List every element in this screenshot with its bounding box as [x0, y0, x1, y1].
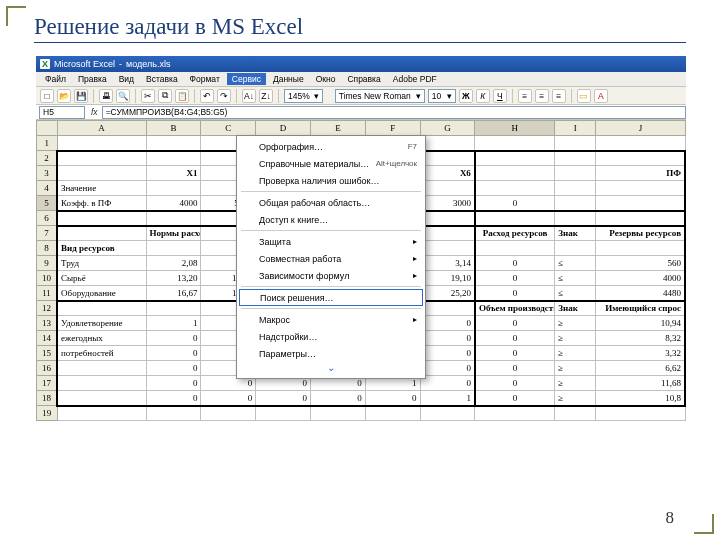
cell[interactable]: Нормы расхода ресурсов: [146, 226, 201, 241]
cell[interactable]: [475, 166, 555, 181]
cell[interactable]: [475, 151, 555, 166]
row-header[interactable]: 11: [37, 286, 58, 301]
menu-файл[interactable]: Файл: [40, 73, 71, 85]
fx-icon[interactable]: fx: [91, 107, 98, 117]
formula-input[interactable]: =СУММПРОИЗВ(B4:G4;B5:G5): [102, 106, 686, 119]
cell[interactable]: 0: [475, 391, 555, 406]
col-header[interactable]: I: [555, 121, 596, 136]
cell[interactable]: [420, 226, 475, 241]
cell[interactable]: ≥: [555, 361, 596, 376]
row-header[interactable]: 18: [37, 391, 58, 406]
cell[interactable]: 8,32: [596, 331, 685, 346]
menu-item[interactable]: Макрос▸: [237, 311, 425, 328]
cell[interactable]: [555, 151, 596, 166]
underline-icon[interactable]: Ч: [493, 89, 507, 103]
cell[interactable]: [256, 406, 311, 421]
cell[interactable]: [146, 181, 201, 196]
cell[interactable]: 0: [365, 391, 420, 406]
cell[interactable]: [596, 136, 685, 151]
undo-icon[interactable]: ↶: [200, 89, 214, 103]
cell[interactable]: [596, 196, 685, 211]
cell[interactable]: [475, 211, 555, 226]
paste-icon[interactable]: 📋: [175, 89, 189, 103]
menu-item[interactable]: Справочные материалы…Alt+щелчок: [237, 155, 425, 172]
cell[interactable]: [555, 166, 596, 181]
expand-menu-icon[interactable]: ⌄: [237, 362, 425, 376]
row-header[interactable]: 13: [37, 316, 58, 331]
cell[interactable]: [57, 226, 146, 241]
cell[interactable]: ≥: [555, 391, 596, 406]
cell[interactable]: 0: [475, 316, 555, 331]
menu-item[interactable]: Защита▸: [237, 233, 425, 250]
cell[interactable]: [596, 211, 685, 226]
formula-bar[interactable]: H5 fx =СУММПРОИЗВ(B4:G4;B5:G5): [36, 105, 686, 120]
cell[interactable]: Коэфф. в ПФ: [57, 196, 146, 211]
cut-icon[interactable]: ✂: [141, 89, 155, 103]
cell[interactable]: [57, 211, 146, 226]
cell[interactable]: 6,62: [596, 361, 685, 376]
cell[interactable]: 16,67: [146, 286, 201, 301]
cell[interactable]: 0: [475, 376, 555, 391]
cell[interactable]: 25,20: [420, 286, 475, 301]
cell[interactable]: [596, 151, 685, 166]
col-header[interactable]: C: [201, 121, 256, 136]
row-header[interactable]: 5: [37, 196, 58, 211]
cell[interactable]: [475, 406, 555, 421]
worksheet[interactable]: ABCDEFGHIJ12Переменные3X1X2X3X4X5X6ПФ4Зн…: [36, 120, 686, 421]
sort-asc-icon[interactable]: A↓: [242, 89, 256, 103]
cell[interactable]: [555, 196, 596, 211]
menu-справка[interactable]: Справка: [342, 73, 385, 85]
cell[interactable]: Резервы ресурсов: [596, 226, 685, 241]
cell[interactable]: 0: [146, 361, 201, 376]
menu-данные[interactable]: Данные: [268, 73, 309, 85]
cell[interactable]: [57, 166, 146, 181]
cell[interactable]: 0: [475, 286, 555, 301]
cell[interactable]: 3,32: [596, 346, 685, 361]
cell[interactable]: 0: [475, 361, 555, 376]
cell[interactable]: 0: [475, 346, 555, 361]
tools-menu-dropdown[interactable]: Орфография…F7Справочные материалы…Alt+ще…: [236, 135, 426, 379]
cell[interactable]: 10,8: [596, 391, 685, 406]
cell[interactable]: [57, 301, 146, 316]
cell[interactable]: Труд: [57, 256, 146, 271]
row-header[interactable]: 15: [37, 346, 58, 361]
cell[interactable]: ≤: [555, 256, 596, 271]
cell[interactable]: [146, 241, 201, 256]
row-header[interactable]: 12: [37, 301, 58, 316]
cell[interactable]: [555, 406, 596, 421]
cell[interactable]: Расход ресурсов: [475, 226, 555, 241]
cell[interactable]: [365, 406, 420, 421]
cell[interactable]: [146, 211, 201, 226]
cell[interactable]: ≤: [555, 271, 596, 286]
fill-color-icon[interactable]: ▭: [577, 89, 591, 103]
cell[interactable]: 0: [146, 331, 201, 346]
cell[interactable]: 2,08: [146, 256, 201, 271]
cell[interactable]: 0: [146, 376, 201, 391]
italic-icon[interactable]: К: [476, 89, 490, 103]
cell[interactable]: потребностей: [57, 346, 146, 361]
cell[interactable]: [420, 151, 475, 166]
menu-bar[interactable]: ФайлПравкаВидВставкаФорматСервисДанныеОк…: [36, 72, 686, 87]
col-header[interactable]: B: [146, 121, 201, 136]
menu-окно[interactable]: Окно: [311, 73, 341, 85]
menu-сервис[interactable]: Сервис: [227, 73, 266, 85]
cell[interactable]: 0: [420, 316, 475, 331]
cell[interactable]: [57, 361, 146, 376]
cell[interactable]: 19,10: [420, 271, 475, 286]
row-header[interactable]: 6: [37, 211, 58, 226]
row-header[interactable]: 2: [37, 151, 58, 166]
menu-adobe pdf[interactable]: Adobe PDF: [388, 73, 442, 85]
cell[interactable]: [555, 211, 596, 226]
cell[interactable]: Объем производства: [475, 301, 555, 316]
font-name-box[interactable]: Times New Roman▾: [335, 89, 425, 103]
cell[interactable]: [596, 181, 685, 196]
cell[interactable]: 0: [146, 391, 201, 406]
cell[interactable]: [555, 181, 596, 196]
cell[interactable]: [146, 136, 201, 151]
cell[interactable]: [596, 241, 685, 256]
cell[interactable]: 0: [201, 391, 256, 406]
cell[interactable]: 0: [420, 346, 475, 361]
cell[interactable]: [555, 241, 596, 256]
cell[interactable]: Оборудование: [57, 286, 146, 301]
col-header[interactable]: A: [57, 121, 146, 136]
